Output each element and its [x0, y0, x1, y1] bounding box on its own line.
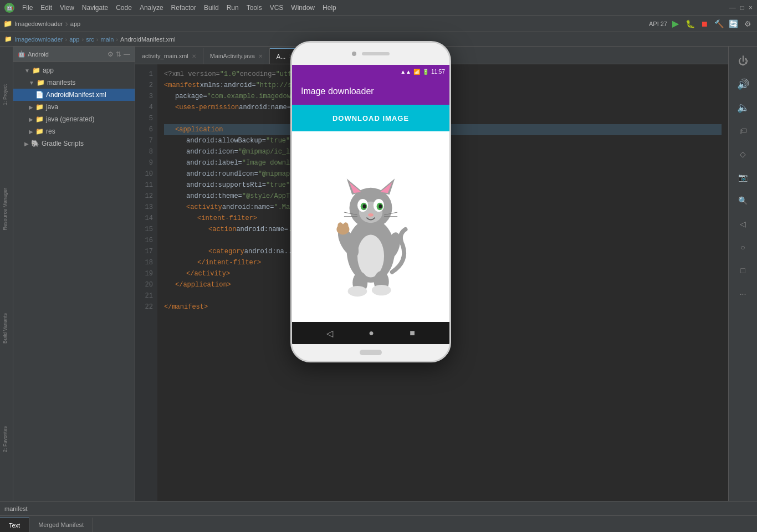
- diamond-button[interactable]: ◇: [733, 144, 753, 164]
- signal-icon: ▲▲: [400, 69, 411, 75]
- app-logo: 🤖: [4, 3, 14, 13]
- panel-sort-icon[interactable]: ⇅: [116, 50, 121, 58]
- tree-manifests[interactable]: ▼ 📁 manifests: [13, 76, 135, 89]
- breadcrumb-main[interactable]: main: [101, 36, 114, 43]
- menu-help[interactable]: Help: [319, 3, 340, 13]
- recents-icon[interactable]: ■: [410, 328, 415, 338]
- sidebar-resource[interactable]: Resource Manager: [0, 183, 10, 235]
- phone-download-button[interactable]: DOWNLOAD IMAGE: [292, 105, 449, 131]
- menu-items: File Edit View Navigate Code Analyze Ref…: [19, 3, 340, 13]
- tree-app-label: app: [43, 66, 54, 74]
- camera-button[interactable]: 📷: [733, 167, 753, 187]
- tab-activity-main-label: activity_main.xml: [142, 53, 188, 59]
- tree-java-label: java: [46, 103, 58, 111]
- more-button[interactable]: ···: [733, 284, 753, 304]
- folder-icon: 📁: [35, 103, 44, 111]
- tab-mainactivity[interactable]: MainActivity.java ✕: [203, 48, 270, 64]
- volume-down-button[interactable]: 🔈: [733, 98, 753, 117]
- sync-button[interactable]: 🔄: [727, 18, 739, 30]
- tab-mainactivity-label: MainActivity.java: [210, 53, 255, 59]
- sidebar-build-variants[interactable]: Build Variants: [0, 309, 10, 348]
- menu-run[interactable]: Run: [223, 3, 242, 13]
- menu-view[interactable]: View: [57, 3, 78, 13]
- build-button[interactable]: 🔨: [713, 18, 725, 30]
- menu-vcs[interactable]: VCS: [267, 3, 287, 13]
- nav-back-button[interactable]: ◁: [733, 214, 753, 234]
- toolbar-project-name: Imagedownloader: [14, 21, 63, 27]
- tree-res[interactable]: ▶ 📁 res: [13, 125, 135, 137]
- folder-icon: 📁: [35, 127, 44, 135]
- tab-merged-manifest[interactable]: Merged Manifest: [29, 518, 93, 532]
- menu-file[interactable]: File: [19, 3, 36, 13]
- app-title: Image downloader: [301, 86, 374, 96]
- menu-build[interactable]: Build: [201, 3, 222, 13]
- tree-gradle[interactable]: ▶ 🐘 Gradle Scripts: [13, 137, 135, 150]
- back-icon[interactable]: ◁: [326, 328, 333, 339]
- zoom-button[interactable]: 🔍: [733, 191, 753, 211]
- home-icon[interactable]: ●: [369, 328, 374, 338]
- svg-point-23: [348, 286, 367, 296]
- folder-icon: 📁: [35, 115, 44, 123]
- bottom-tabs: Text Merged Manifest: [0, 515, 757, 532]
- line-numbers: 12345 678910 1112131415 1617181920 2122: [135, 64, 157, 501]
- toolbar-app: app: [70, 21, 80, 27]
- menu-analyze[interactable]: Analyze: [136, 3, 167, 13]
- gradle-icon: 🐘: [31, 140, 39, 147]
- tree-java-generated-label: java (generated): [46, 115, 94, 123]
- tab-androidmanifest-label: A...: [277, 53, 286, 60]
- volume-up-button[interactable]: 🔊: [733, 74, 753, 94]
- tab-text[interactable]: Text: [0, 518, 29, 532]
- menu-navigate[interactable]: Navigate: [79, 3, 111, 13]
- menu-code[interactable]: Code: [112, 3, 135, 13]
- menu-tools[interactable]: Tools: [243, 3, 265, 13]
- menu-refactor[interactable]: Refactor: [168, 3, 200, 13]
- breadcrumb-project[interactable]: Imagedownloader: [14, 36, 63, 43]
- settings-button[interactable]: ⚙: [741, 18, 754, 30]
- panel-gear-icon[interactable]: ⚙: [108, 50, 114, 58]
- svg-point-13: [378, 204, 382, 209]
- tree-java[interactable]: ▶ 📁 java: [13, 101, 135, 113]
- phone-app-bar: Image downloader: [292, 78, 449, 105]
- tom-jerry-image: [326, 155, 415, 299]
- nav-recents-button[interactable]: □: [733, 260, 753, 280]
- sidebar-favorites[interactable]: 2: Favorites: [0, 422, 10, 457]
- sidebar-project[interactable]: 1: Project: [0, 80, 10, 110]
- home-button[interactable]: [360, 350, 382, 355]
- tree-androidmanifest-label: AndroidManifest.xml: [46, 91, 106, 99]
- debug-button[interactable]: 🐛: [684, 18, 696, 30]
- window-minimize[interactable]: —: [729, 4, 736, 12]
- toolbar-icon-folder: 📁: [3, 19, 12, 28]
- tree-app[interactable]: ▼ 📁 app: [13, 64, 135, 76]
- phone-shell: ▲▲ 📶 🔋 11:57 Image downloader DOWNLOAD I…: [290, 41, 451, 362]
- tree-java-generated[interactable]: ▶ 📁 java (generated): [13, 113, 135, 125]
- nav-home-button[interactable]: ○: [733, 237, 753, 257]
- rotate-button[interactable]: 🏷: [733, 121, 753, 141]
- wifi-icon: 📶: [413, 69, 420, 75]
- menu-window[interactable]: Window: [288, 3, 318, 13]
- stop-button[interactable]: ⏹: [698, 18, 710, 30]
- footer-panel-label: manifest: [4, 505, 28, 512]
- run-button[interactable]: ▶: [669, 18, 682, 30]
- phone-speaker: [362, 52, 390, 55]
- tab-mainactivity-close[interactable]: ✕: [258, 53, 263, 59]
- breadcrumb-file: AndroidManifest.xml: [120, 36, 176, 43]
- android-icon: 🤖: [18, 50, 25, 58]
- window-maximize[interactable]: □: [740, 4, 744, 12]
- breadcrumb-src[interactable]: src: [86, 36, 94, 43]
- phone-camera: [352, 52, 356, 56]
- editor-area: activity_main.xml ✕ MainActivity.java ✕ …: [135, 47, 728, 501]
- power-button[interactable]: ⏻: [733, 51, 753, 71]
- breadcrumb-app[interactable]: app: [69, 36, 79, 43]
- panel-close-icon[interactable]: —: [124, 50, 130, 58]
- phone-status-bar: ▲▲ 📶 🔋 11:57: [292, 65, 449, 78]
- tree-manifests-label: manifests: [47, 79, 75, 86]
- window-close[interactable]: ×: [749, 4, 753, 12]
- tab-activity-main[interactable]: activity_main.xml ✕: [135, 48, 203, 64]
- phone-nav-bar: ◁ ● ■: [292, 322, 449, 344]
- tab-activity-main-close[interactable]: ✕: [192, 53, 196, 59]
- tree-res-label: res: [46, 127, 55, 135]
- toolbar: 📁 Imagedownloader › app API 27 ▶ 🐛 ⏹ 🔨 🔄…: [0, 16, 757, 32]
- time-display: 11:57: [431, 69, 445, 75]
- menu-edit[interactable]: Edit: [37, 3, 55, 13]
- tree-androidmanifest[interactable]: 📄 AndroidManifest.xml: [13, 89, 135, 101]
